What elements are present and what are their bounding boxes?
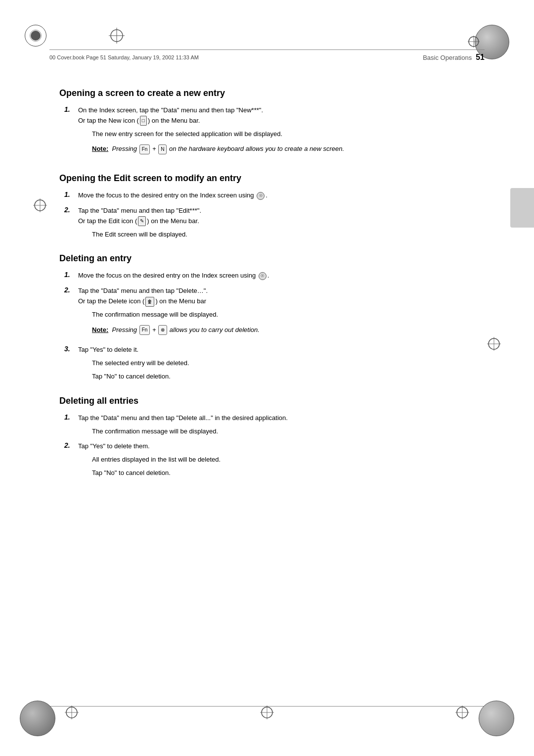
step-4-2: 2. Tap "Yes" to delete them. All entries… — [59, 441, 470, 478]
fn-key: Fn — [139, 325, 150, 335]
step-2-2: 2. Tap the "Data" menu and then tap "Edi… — [59, 206, 470, 239]
step-extra: Tap "No" to cancel deletion. — [92, 372, 189, 382]
step-number: 2. — [64, 206, 74, 239]
file-info: 00 Cover.book Page 51 Saturday, January … — [49, 54, 199, 60]
section-opening-new: Opening a screen to create a new entry 1… — [59, 88, 470, 159]
note-label: Note: — [92, 326, 108, 333]
fn-key: Fn — [139, 144, 150, 154]
heading-opening-new: Opening a screen to create a new entry — [59, 88, 470, 98]
new-icon: □ — [140, 116, 147, 126]
step-text: On the Index screen, tap the "Data" menu… — [78, 105, 344, 159]
edit-icon: ✎ — [138, 216, 146, 226]
note-label: Note: — [92, 145, 108, 152]
scroll-icon: ☉ — [259, 272, 267, 280]
note-text: Pressing Fn + N on the hardware keyboard… — [110, 145, 344, 152]
main-content: Opening a screen to create a new entry 1… — [59, 74, 470, 677]
note-block: Note: Pressing Fn + ⊗ allows you to carr… — [92, 325, 260, 335]
step-sub: The Edit screen will be displayed. — [92, 230, 201, 240]
section-deleting-entry: Deleting an entry 1. Move the focus on t… — [59, 253, 470, 381]
n-key: N — [158, 144, 167, 154]
scroll-icon: ☉ — [257, 192, 265, 200]
step-extra: Tap "No" to cancel deletion. — [92, 468, 221, 478]
deco-mr-ring — [487, 336, 501, 353]
deco-bl-ring — [64, 705, 79, 721]
delete-icon: 🗑 — [145, 297, 154, 307]
deco-bl — [20, 701, 55, 736]
deco-ml-ring — [33, 198, 47, 214]
note-text: Pressing Fn + ⊗ allows you to carry out … — [110, 326, 260, 333]
step-text: Tap the "Data" menu and then tap "Delete… — [78, 413, 288, 437]
step-text: Move the focus to the desired entry on t… — [78, 190, 267, 201]
step-number: 1. — [64, 105, 74, 159]
step-sub: The confirmation message will be display… — [92, 310, 260, 320]
heading-deleting-entry: Deleting an entry — [59, 253, 470, 264]
step-sub: The confirmation message will be display… — [92, 426, 288, 437]
step-4-1: 1. Tap the "Data" menu and then tap "Del… — [59, 413, 470, 437]
step-text: Tap "Yes" to delete them. All entries di… — [78, 441, 221, 478]
deco-bc-ring — [260, 705, 274, 721]
step-3-3: 3. Tap "Yes" to delete it. The selected … — [59, 345, 470, 381]
note-block: Note: Pressing Fn + N on the hardware ke… — [92, 144, 344, 154]
step-text: Move the focus on the desired entry on t… — [78, 271, 269, 281]
step-1-1: 1. On the Index screen, tap the "Data" m… — [59, 105, 470, 159]
section-opening-edit: Opening the Edit screen to modify an ent… — [59, 173, 470, 239]
section-deleting-all: Deleting all entries 1. Tap the "Data" m… — [59, 396, 470, 478]
section-name: Basic Operations — [423, 54, 472, 61]
step-sub: The selected entry will be deleted. — [92, 358, 189, 369]
step-sub: All entries displayed in the list will b… — [92, 455, 221, 465]
side-tab — [510, 188, 534, 228]
step-number: 2. — [64, 441, 74, 478]
step-number: 1. — [64, 413, 74, 437]
step-text: Tap the "Data" menu and then tap "Edit**… — [78, 206, 201, 239]
deco-br-ring — [455, 705, 470, 721]
header-bar: 00 Cover.book Page 51 Saturday, January … — [49, 49, 485, 62]
step-text: Tap "Yes" to delete it. The selected ent… — [78, 345, 189, 381]
heading-deleting-all: Deleting all entries — [59, 396, 470, 406]
step-3-1: 1. Move the focus on the desired entry o… — [59, 271, 470, 281]
step-number: 2. — [64, 286, 74, 340]
step-number: 3. — [64, 345, 74, 381]
step-text: Tap the "Data" menu and then tap "Delete… — [78, 286, 260, 340]
step-3-2: 2. Tap the "Data" menu and then tap "Del… — [59, 286, 470, 340]
page: 00 Cover.book Page 51 Saturday, January … — [0, 0, 534, 756]
corner-deco-top-left — [109, 28, 125, 45]
corner-deco-tr-inner — [467, 35, 481, 50]
deco-br — [479, 701, 514, 736]
step-2-1: 1. Move the focus to the desired entry o… — [59, 190, 470, 201]
corner-deco-tl — [25, 25, 46, 47]
page-number: 51 — [476, 53, 485, 62]
del-key: ⊗ — [158, 325, 167, 335]
step-number: 1. — [64, 271, 74, 281]
step-number: 1. — [64, 190, 74, 201]
step-sub: The new entry screen for the selected ap… — [92, 129, 344, 140]
heading-opening-edit: Opening the Edit screen to modify an ent… — [59, 173, 470, 184]
